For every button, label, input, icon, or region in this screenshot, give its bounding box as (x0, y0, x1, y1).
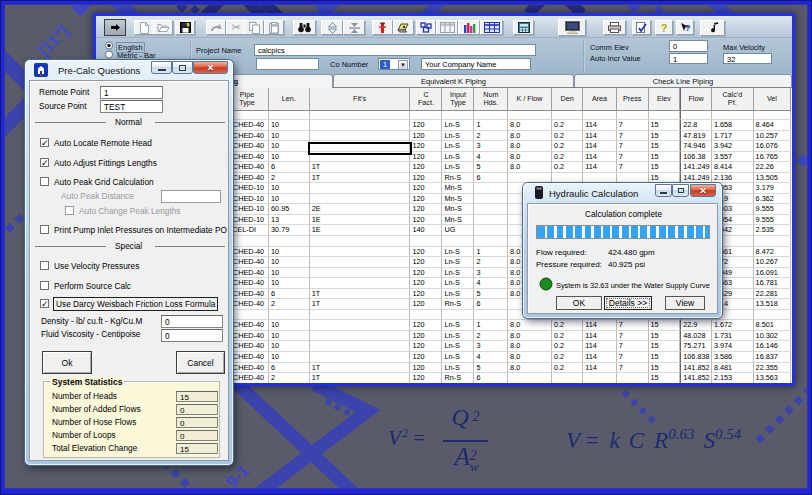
svg-text:9-1: 9-1 (222, 461, 253, 492)
svg-text:?: ? (685, 23, 691, 33)
svg-text:[11"]: [11"] (35, 22, 72, 59)
